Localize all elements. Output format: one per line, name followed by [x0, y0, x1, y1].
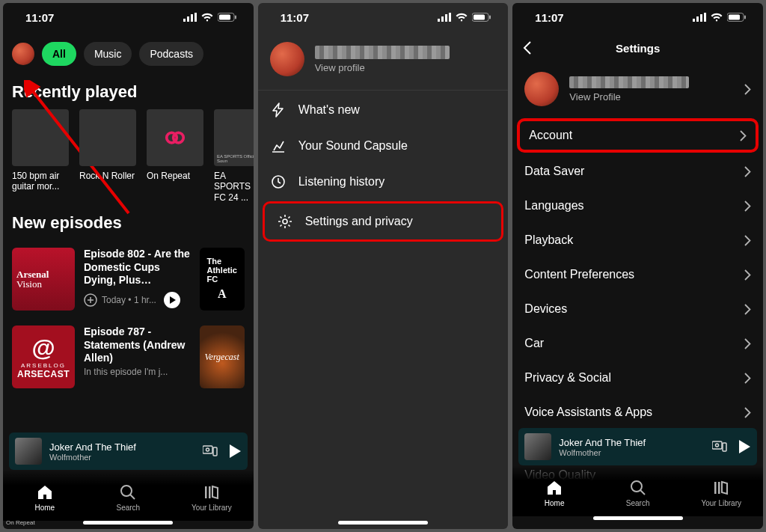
gear-icon — [278, 214, 292, 229]
recent-item[interactable]: 150 bpm air guitar mor... — [12, 109, 69, 203]
profile-avatar — [270, 42, 304, 76]
menu-sound-capsule[interactable]: Your Sound Capsule — [258, 128, 509, 164]
status-bar: 11:07 — [512, 3, 763, 31]
nav-library[interactable]: Your Library — [182, 483, 242, 512]
settings-content-preferences[interactable]: Content Preferences — [512, 257, 763, 292]
home-indicator — [593, 516, 683, 520]
settings-title: Settings — [616, 42, 660, 55]
bottom-nav: Home Search Your Library — [512, 465, 763, 516]
library-icon — [203, 483, 221, 501]
settings-devices[interactable]: Devices — [512, 292, 763, 326]
view-profile-label: View profile — [315, 62, 450, 73]
status-bar: 11:07 — [3, 3, 254, 31]
svg-rect-19 — [438, 19, 440, 22]
status-time: 11:07 — [535, 11, 563, 24]
settings-header: Settings — [512, 31, 763, 64]
devices-icon[interactable] — [203, 445, 218, 457]
episode-title: Episode 802 - Are the Domestic Cups Dyin… — [84, 248, 191, 287]
wifi-icon — [201, 13, 213, 22]
track-artist: Wolfmother — [49, 453, 195, 462]
settings-playback[interactable]: Playback — [512, 223, 763, 257]
svg-rect-1 — [187, 16, 189, 22]
battery-icon — [727, 13, 747, 22]
screen-settings: 11:07 Settings View Profile Account Data — [512, 3, 763, 529]
settings-languages[interactable]: Languages — [512, 189, 763, 223]
settings-account[interactable]: Account — [517, 118, 759, 153]
home-icon — [36, 483, 54, 501]
svg-rect-25 — [489, 16, 491, 19]
back-button[interactable] — [523, 41, 532, 55]
svg-point-38 — [631, 481, 642, 492]
play-icon[interactable] — [164, 292, 180, 308]
episodes-list: ArsenalVision Episode 802 - Are the Dome… — [3, 240, 254, 396]
recent-item[interactable]: On Repeat On Repeat — [147, 109, 203, 203]
episode-item[interactable]: ArsenalVision Episode 802 - Are the Dome… — [12, 240, 245, 318]
settings-data-saver[interactable]: Data Saver — [512, 154, 763, 189]
chevron-right-icon — [744, 166, 751, 177]
nav-search[interactable]: Search — [98, 483, 158, 512]
svg-line-39 — [640, 490, 645, 495]
profile-name-redacted — [569, 76, 689, 88]
svg-rect-41 — [718, 482, 720, 494]
screen-home: 11:07 All Music Podcasts Recently played… — [3, 3, 254, 529]
chevron-right-icon — [744, 407, 751, 418]
recent-item[interactable]: Rock N Roller — [79, 109, 136, 203]
svg-line-16 — [130, 495, 135, 499]
now-playing-bar[interactable]: Joker And The Thief Wolfmother — [518, 428, 757, 465]
chevron-right-icon — [744, 84, 751, 95]
track-artist: Wolfmother — [559, 448, 705, 457]
filter-all[interactable]: All — [42, 42, 76, 66]
wifi-icon — [711, 13, 723, 22]
profile-avatar[interactable] — [12, 43, 34, 65]
status-time: 11:07 — [281, 11, 309, 24]
menu-listening-history[interactable]: Listening history — [258, 164, 509, 200]
add-icon[interactable] — [84, 293, 97, 307]
settings-list: Account Data Saver Languages Playback Co… — [512, 117, 763, 429]
recent-item[interactable]: EA SPORTS Official Soun EA SPORTS FC 24 … — [214, 109, 254, 203]
episode-item[interactable]: @ ARSEBLOG ARSECAST Episode 787 - Statem… — [12, 318, 245, 396]
profile-menu-list: What's new Your Sound Capsule Listening … — [258, 90, 509, 243]
play-icon[interactable] — [738, 439, 751, 454]
svg-rect-34 — [744, 16, 746, 19]
recent-label: On Repeat — [147, 171, 203, 181]
settings-voice-assistants[interactable]: Voice Assistants & Apps — [512, 395, 763, 429]
home-indicator — [338, 521, 428, 525]
recently-played-list[interactable]: 150 bpm air guitar mor... Rock N Roller … — [3, 109, 254, 203]
svg-point-15 — [121, 486, 132, 496]
episode-art: ArsenalVision — [12, 248, 75, 311]
svg-rect-18 — [209, 486, 211, 498]
filter-podcasts[interactable]: Podcasts — [139, 42, 203, 66]
chevron-left-icon — [523, 41, 532, 55]
menu-settings-privacy[interactable]: Settings and privacy — [263, 201, 504, 242]
settings-profile-row[interactable]: View Profile — [512, 64, 763, 117]
svg-rect-13 — [213, 447, 217, 456]
episode-side-art: Vergecast — [200, 325, 245, 388]
recent-label: EA SPORTS FC 24 ... — [214, 171, 254, 203]
svg-rect-2 — [191, 14, 193, 22]
status-bar: 11:07 — [258, 3, 509, 31]
settings-privacy-social[interactable]: Privacy & Social — [512, 361, 763, 395]
svg-rect-20 — [441, 16, 444, 22]
filter-music[interactable]: Music — [84, 42, 132, 66]
screen-profile-menu: 11:07 View profile What's new Your Sound… — [258, 3, 509, 529]
profile-header[interactable]: View profile — [258, 31, 509, 90]
settings-car[interactable]: Car — [512, 326, 763, 361]
svg-rect-17 — [205, 486, 207, 498]
svg-point-14 — [206, 448, 209, 451]
now-playing-bar[interactable]: Joker And The Thief Wolfmother — [9, 432, 248, 470]
signal-icon — [693, 13, 706, 22]
search-icon — [119, 483, 137, 501]
chevron-right-icon — [744, 269, 751, 281]
view-profile-label: View Profile — [569, 91, 689, 103]
status-icons — [693, 13, 747, 22]
nav-search[interactable]: Search — [608, 479, 668, 507]
svg-rect-0 — [183, 19, 186, 22]
nav-home[interactable]: Home — [524, 479, 584, 507]
chevron-right-icon — [744, 338, 751, 349]
menu-whats-new[interactable]: What's new — [258, 92, 509, 128]
nav-library[interactable]: Your Library — [691, 479, 751, 507]
devices-icon[interactable] — [712, 441, 727, 453]
play-icon[interactable] — [228, 444, 242, 459]
svg-rect-35 — [712, 441, 722, 449]
nav-home[interactable]: Home — [15, 483, 75, 512]
